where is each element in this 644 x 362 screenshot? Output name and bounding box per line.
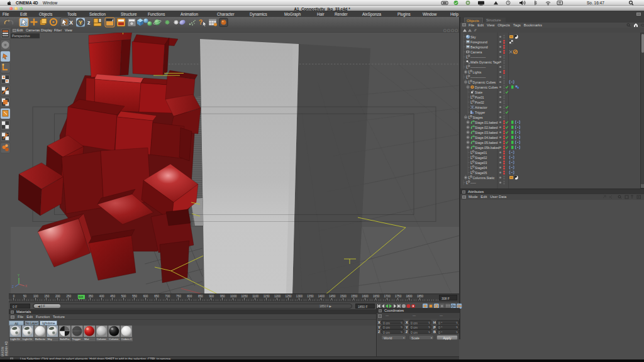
svg-text:‑‑‑‑‑‑‑‑‑‑‑‑‑‑: ‑‑‑‑‑‑‑‑‑‑‑‑‑‑	[470, 65, 486, 69]
svg-text:Foreground: Foreground	[470, 40, 487, 44]
svg-text:So. 16:47: So. 16:47	[587, 1, 604, 5]
svg-text:Stage.05b.baked: Stage.05b.baked	[475, 146, 499, 150]
svg-text:Pos01: Pos01	[475, 96, 484, 99]
svg-text:Stage01: Stage01	[475, 151, 487, 155]
svg-text:‑‑‑‑‑: ‑‑‑‑‑	[470, 181, 476, 185]
svg-text:Stage.03.baked: Stage.03.baked	[475, 131, 497, 134]
svg-text:Z: Z	[12, 285, 14, 288]
svg-text:Pos02: Pos02	[475, 101, 484, 104]
svg-text:Camera: Camera	[470, 50, 482, 54]
svg-text:Y: Y	[79, 19, 82, 26]
svg-text:Walls Dynamic Tags: Walls Dynamic Tags	[470, 60, 500, 64]
svg-text:Stage.05.baked: Stage.05.baked	[475, 141, 497, 145]
svg-text:X: X	[69, 19, 73, 26]
svg-text:Lights: Lights	[473, 70, 482, 74]
svg-text:Background: Background	[470, 45, 488, 49]
svg-text:Stage05: Stage05	[475, 171, 487, 175]
svg-text:State: State	[475, 90, 482, 94]
svg-text:‑‑‑‑‑‑‑‑‑‑‑‑‑‑: ‑‑‑‑‑‑‑‑‑‑‑‑‑‑	[470, 75, 486, 79]
svg-text:Stage03: Stage03	[475, 161, 487, 165]
svg-text:Stage.01.baked: Stage.01.baked	[475, 121, 497, 124]
svg-text:‑‑‑‑‑‑‑‑‑‑‑‑‑‑: ‑‑‑‑‑‑‑‑‑‑‑‑‑‑	[470, 55, 486, 59]
svg-text:Attractor: Attractor	[475, 106, 487, 109]
svg-text:Sky: Sky	[470, 35, 476, 39]
svg-text:Dynamic Cubes: Dynamic Cubes	[475, 85, 498, 89]
svg-text:Dynamic Cubes: Dynamic Cubes	[473, 80, 496, 84]
svg-text:Stage.04.baked: Stage.04.baked	[475, 136, 497, 140]
svg-text:Columns.Static: Columns.Static	[473, 176, 495, 180]
svg-text:Stage02: Stage02	[475, 156, 487, 160]
svg-text:X: X	[25, 285, 27, 288]
svg-text:Stage04: Stage04	[475, 166, 487, 170]
svg-text:Y: Y	[18, 274, 19, 277]
svg-text:Stage.02.baked: Stage.02.baked	[475, 126, 497, 129]
svg-text:Trigger: Trigger	[475, 111, 486, 114]
svg-text:?: ?	[199, 19, 203, 26]
svg-text:z: z	[87, 19, 91, 26]
svg-text:Stages: Stages	[473, 116, 484, 119]
